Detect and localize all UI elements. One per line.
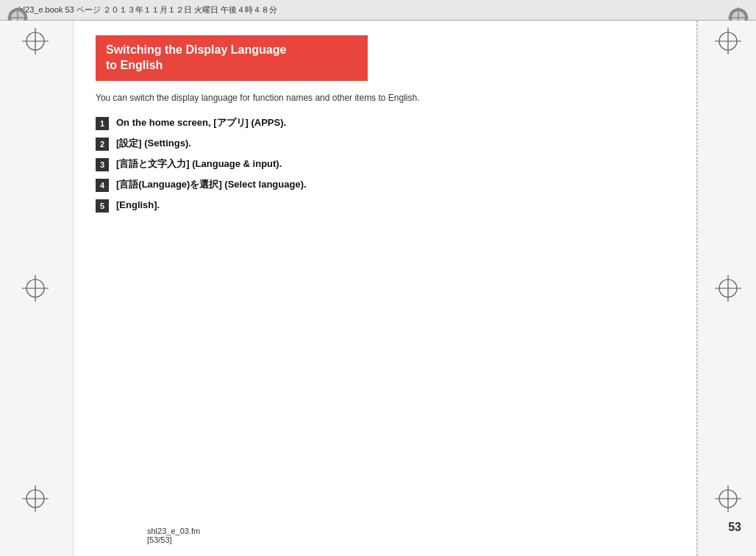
content-area: Switching the Display Language to Englis… bbox=[74, 21, 697, 556]
section-heading: Switching the Display Language to Englis… bbox=[96, 35, 368, 81]
footer-area: shl23_e_03.fm [53/53] bbox=[147, 527, 200, 544]
step-3: 3 [言語と文字入力] (Language & input). bbox=[96, 157, 675, 171]
step-5: 5 [English]. bbox=[96, 199, 675, 212]
step-number-1: 1 bbox=[96, 117, 109, 130]
crosshair-top-right-margin bbox=[715, 28, 741, 54]
step-1: 1 On the home screen, [アプリ] (APPS). bbox=[96, 116, 675, 129]
step-4: 4 [言語(Language)を選択] (Select language). bbox=[96, 178, 675, 191]
step-number-3: 3 bbox=[96, 158, 109, 171]
section-title-line2: to English bbox=[106, 59, 163, 71]
crosshair-mid-left-margin bbox=[22, 275, 49, 302]
step-text-2: [設定] (Settings). bbox=[116, 137, 191, 150]
page: shl23_e.book 53 ページ ２０１３年１１月１２日 火曜日 午後４時… bbox=[0, 0, 756, 556]
header-bar: shl23_e.book 53 ページ ２０１３年１１月１２日 火曜日 午後４時… bbox=[0, 0, 756, 21]
step-text-4: [言語(Language)を選択] (Select language). bbox=[116, 178, 307, 191]
description-text: You can switch the display language for … bbox=[96, 91, 675, 104]
step-number-4: 4 bbox=[96, 179, 109, 192]
section-title: Switching the Display Language to Englis… bbox=[106, 43, 357, 74]
step-number-2: 2 bbox=[96, 138, 109, 151]
main-area: Switching the Display Language to Englis… bbox=[0, 21, 756, 556]
left-margin bbox=[0, 21, 74, 556]
crosshair-mid-right-margin bbox=[715, 275, 741, 302]
header-text: shl23_e.book 53 ページ ２０１３年１１月１２日 火曜日 午後４時… bbox=[15, 4, 277, 15]
step-text-1: On the home screen, [アプリ] (APPS). bbox=[116, 116, 286, 129]
crosshair-bottom-left-margin bbox=[22, 485, 49, 512]
right-margin: 53 bbox=[697, 21, 756, 556]
step-text-5: [English]. bbox=[116, 199, 160, 212]
page-number: 53 bbox=[728, 521, 741, 534]
step-2: 2 [設定] (Settings). bbox=[96, 137, 675, 150]
crosshair-bottom-right-margin bbox=[715, 485, 741, 512]
steps-list: 1 On the home screen, [アプリ] (APPS). 2 [設… bbox=[96, 116, 675, 213]
step-number-5: 5 bbox=[96, 199, 109, 213]
step-text-3: [言語と文字入力] (Language & input). bbox=[116, 157, 282, 171]
footer-filename: shl23_e_03.fm bbox=[147, 527, 200, 535]
section-title-line1: Switching the Display Language bbox=[106, 43, 286, 56]
crosshair-top-left-margin bbox=[22, 28, 49, 54]
footer-page-info: [53/53] bbox=[147, 535, 172, 544]
